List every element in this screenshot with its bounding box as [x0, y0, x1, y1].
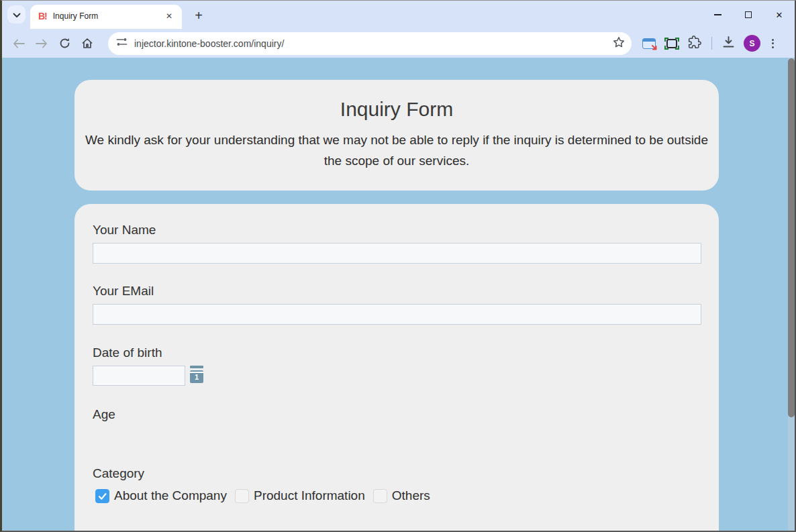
calendar-icon: [190, 366, 203, 368]
url-text[interactable]: injector.kintone-booster.com/inquiry/: [134, 38, 613, 49]
checkbox-icon[interactable]: [235, 489, 249, 503]
date-picker-button[interactable]: 1: [190, 366, 203, 383]
form-header-card: Inquiry Form We kindly ask for your unde…: [74, 80, 719, 191]
minimize-icon: [714, 14, 722, 15]
email-input[interactable]: [93, 304, 701, 325]
forward-arrow-icon: [36, 39, 48, 48]
profile-avatar[interactable]: S: [744, 35, 760, 52]
download-icon: [722, 36, 735, 48]
toolbar-separator: [711, 37, 712, 50]
category-options: About the Company Product Information Ot…: [95, 488, 438, 503]
reload-button[interactable]: [53, 32, 76, 55]
new-tab-button[interactable]: +: [190, 7, 207, 24]
forward-button[interactable]: [30, 32, 53, 55]
bookmark-star-icon[interactable]: [613, 36, 625, 51]
minimize-button[interactable]: [702, 1, 733, 29]
tab-strip: B! Inquiry Form ✕ + ✕: [2, 1, 795, 29]
checkbox-others[interactable]: Others: [373, 488, 430, 503]
browser-toolbar: injector.kintone-booster.com/inquiry/ S: [2, 29, 795, 58]
inquiry-form-card: Your Name Your EMail Date of birth 1 Age…: [74, 204, 719, 532]
maximize-icon: [745, 11, 752, 18]
page-description: We kindly ask for your understanding tha…: [85, 129, 709, 171]
browser-window: B! Inquiry Form ✕ + ✕ injector.kinton: [0, 0, 796, 532]
checkbox-label: Others: [392, 488, 430, 503]
browser-tab[interactable]: B! Inquiry Form ✕: [30, 5, 182, 29]
home-icon: [81, 38, 93, 49]
checkbox-product-information[interactable]: Product Information: [235, 488, 365, 503]
category-label: Category: [93, 466, 144, 481]
page-scrollbar[interactable]: [788, 58, 795, 532]
url-bar[interactable]: injector.kintone-booster.com/inquiry/: [108, 32, 632, 55]
page-title: Inquiry Form: [74, 98, 719, 121]
toolbar-extensions: S: [642, 35, 777, 52]
tab-search-button[interactable]: [7, 5, 26, 23]
site-settings-icon[interactable]: [116, 37, 128, 50]
back-arrow-icon: [13, 39, 25, 48]
tab-title: Inquiry Form: [53, 11, 163, 21]
checkbox-icon[interactable]: [373, 489, 387, 503]
name-input[interactable]: [93, 243, 701, 264]
birthdate-label: Date of birth: [93, 345, 162, 360]
browser-menu-icon[interactable]: [769, 36, 777, 51]
close-button[interactable]: ✕: [764, 1, 795, 29]
checkbox-about-the-company[interactable]: About the Company: [95, 488, 227, 503]
checkbox-label: About the Company: [114, 488, 227, 503]
tab-close-icon[interactable]: ✕: [163, 10, 175, 22]
checkbox-label: Product Information: [254, 488, 365, 503]
reload-icon: [59, 38, 70, 49]
home-button[interactable]: [76, 32, 99, 55]
page-viewport: Inquiry Form We kindly ask for your unde…: [2, 58, 795, 532]
back-button[interactable]: [7, 32, 30, 55]
screenshot-extension-icon[interactable]: [642, 38, 656, 49]
name-label: Your Name: [93, 223, 156, 237]
checkbox-icon[interactable]: [95, 489, 109, 503]
chevron-down-icon: [13, 9, 21, 21]
birthdate-input[interactable]: [93, 366, 185, 386]
window-close-icon: ✕: [776, 10, 783, 20]
age-label: Age: [93, 407, 115, 422]
capture-extension-icon[interactable]: [664, 38, 679, 50]
scrollbar-thumb[interactable]: [788, 58, 795, 417]
message-label: Message: [93, 529, 144, 532]
window-controls: ✕: [702, 1, 795, 29]
downloads-button[interactable]: [722, 36, 735, 51]
site-favicon: B!: [38, 11, 47, 21]
email-label: Your EMail: [93, 284, 154, 299]
maximize-button[interactable]: [733, 1, 764, 29]
extensions-puzzle-icon[interactable]: [688, 36, 701, 52]
